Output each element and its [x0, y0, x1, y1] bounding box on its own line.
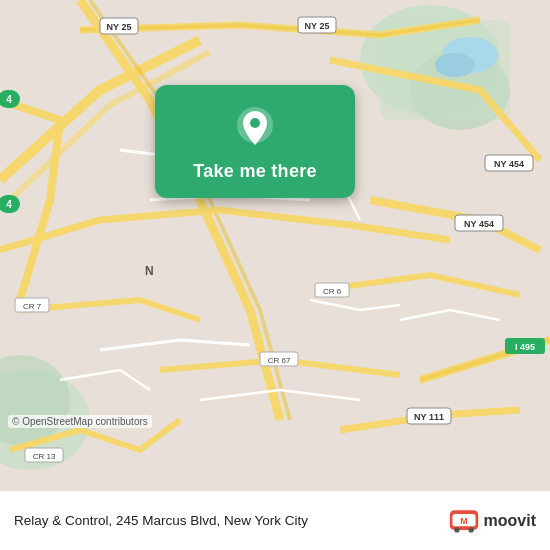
svg-point-7 — [435, 53, 475, 77]
copyright-text: © OpenStreetMap contributors — [8, 415, 152, 428]
moovit-text: moovit — [484, 512, 536, 530]
svg-point-38 — [468, 527, 473, 532]
svg-text:4: 4 — [6, 94, 12, 105]
svg-text:N: N — [145, 264, 154, 278]
take-me-there-button[interactable]: Take me there — [193, 161, 317, 182]
svg-text:CR 6: CR 6 — [323, 287, 342, 296]
bottom-bar: Relay & Control, 245 Marcus Blvd, New Yo… — [0, 490, 550, 550]
moovit-icon: M — [448, 505, 480, 537]
svg-text:NY 25: NY 25 — [305, 21, 330, 31]
svg-text:I 495: I 495 — [515, 342, 535, 352]
svg-text:NY 25: NY 25 — [107, 22, 132, 32]
map-container: NY 25 NY 25 NY 454 NY 454 4 4 N CR 7 CR … — [0, 0, 550, 490]
location-card[interactable]: Take me there — [155, 85, 355, 198]
svg-text:NY 454: NY 454 — [494, 159, 524, 169]
location-pin-icon — [233, 105, 277, 149]
svg-text:CR 67: CR 67 — [268, 356, 291, 365]
svg-text:NY 111: NY 111 — [414, 412, 444, 422]
svg-point-37 — [454, 527, 459, 532]
svg-text:CR 13: CR 13 — [33, 452, 56, 461]
svg-text:M: M — [460, 515, 467, 525]
svg-text:NY 454: NY 454 — [464, 219, 494, 229]
moovit-logo: M moovit — [448, 505, 536, 537]
svg-text:CR 7: CR 7 — [23, 302, 42, 311]
location-text: Relay & Control, 245 Marcus Blvd, New Yo… — [14, 513, 448, 528]
svg-text:4: 4 — [6, 199, 12, 210]
svg-point-34 — [250, 118, 260, 128]
